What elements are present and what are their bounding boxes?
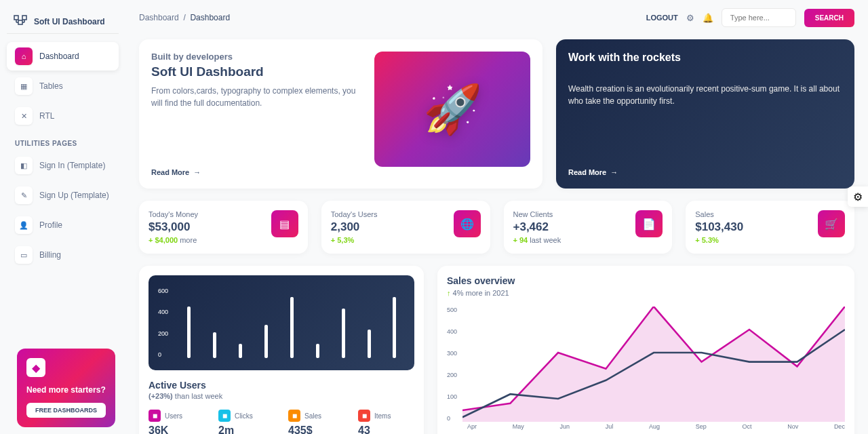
stat-change: + 5,3% xyxy=(331,236,378,244)
stat-card: New Clients+3,462+ 94 last week📄 xyxy=(504,201,673,254)
breadcrumb-current: Dashboard xyxy=(190,13,230,22)
hero-rockets-card: Work with the rockets Wealth creation is… xyxy=(556,39,854,189)
sidebar-item-label: Tables xyxy=(39,81,63,91)
diamond-icon: ◆ xyxy=(26,358,45,377)
stat-label: Today's Money xyxy=(149,210,198,218)
svg-rect-2 xyxy=(18,20,22,24)
bar-chart: 6004002000 xyxy=(149,275,414,370)
stat-card: Sales$103,430+ 5.3% 🛒 xyxy=(686,201,854,254)
free-dashboards-button[interactable]: FREE DASHBOARDS xyxy=(26,403,106,418)
promo-text: Need more starters? xyxy=(26,385,106,395)
read-more-link[interactable]: Read More → xyxy=(568,168,842,176)
hero-subtitle: Built by developers xyxy=(151,52,361,62)
stat-value: +3,462 xyxy=(513,220,561,234)
sidebar-item-label: Sign In (Template) xyxy=(39,161,105,170)
home-icon: ⌂ xyxy=(15,47,33,65)
promo-card: ◆ Need more starters? FREE DASHBOARDS xyxy=(17,349,115,427)
svg-rect-1 xyxy=(22,16,26,20)
search-button[interactable]: SEARCH xyxy=(804,9,854,27)
hero-developers-card: Built by developers Soft UI Dashboard Fr… xyxy=(139,39,542,189)
svg-rect-0 xyxy=(14,16,18,20)
brand-logo[interactable]: Soft UI Dashboard xyxy=(7,10,119,34)
hero-desc: From colors,cards, typography to complex… xyxy=(151,85,361,109)
mini-stat-icon: ◼ xyxy=(149,410,161,422)
search-input[interactable] xyxy=(722,8,796,27)
sidebar-item-rtl[interactable]: ✕ RTL xyxy=(7,102,119,130)
stat-card: Today's Users2,300+ 5,3% 🌐 xyxy=(321,201,490,254)
mini-stat-value: 435$ xyxy=(288,425,344,434)
brand-name: Soft UI Dashboard xyxy=(34,17,105,26)
stat-change: + $4,000 more xyxy=(149,236,198,244)
hero-title: Soft UI Dashboard xyxy=(151,64,361,79)
mini-stat-icon: ◼ xyxy=(288,410,300,422)
stat-icon: 🛒 xyxy=(818,210,845,237)
stat-value: $103,430 xyxy=(695,220,743,234)
sidebar-item-label: Sign Up (Template) xyxy=(39,191,109,200)
sidebar-item-label: Dashboard xyxy=(39,52,79,61)
mini-stat-label: Items xyxy=(374,412,391,420)
breadcrumb-root[interactable]: Dashboard xyxy=(139,13,179,22)
stat-value: 2,300 xyxy=(331,220,378,234)
active-users-title: Active Users xyxy=(149,380,414,391)
stat-icon: ▤ xyxy=(271,210,298,237)
stat-icon: 🌐 xyxy=(454,210,481,237)
rocket-image: 🚀 xyxy=(374,52,530,167)
mini-stat: ◼Clicks2m xyxy=(218,410,275,434)
sidebar-item-profile[interactable]: 👤 Profile xyxy=(7,211,119,239)
stat-change: + 5.3% xyxy=(695,236,743,244)
sidebar-item-billing[interactable]: ▭ Billing xyxy=(7,241,119,269)
logo-icon xyxy=(12,14,28,30)
sidebar-item-label: RTL xyxy=(39,111,54,121)
tools-icon: ✕ xyxy=(15,107,33,125)
sidebar-item-signup[interactable]: ✎ Sign Up (Template) xyxy=(7,181,119,210)
sidebar-item-dashboard[interactable]: ⌂ Dashboard xyxy=(7,42,119,71)
active-users-card: 6004002000 Active Users (+23%) than last… xyxy=(139,266,424,434)
mini-stat-value: 43 xyxy=(358,425,414,434)
hero-title: Work with the rockets xyxy=(568,52,842,64)
sidebar-item-label: Billing xyxy=(39,250,61,260)
signup-icon: ✎ xyxy=(15,186,33,204)
gear-icon[interactable]: ⚙ xyxy=(686,13,694,23)
billing-icon: ▭ xyxy=(15,246,33,264)
mini-stat-label: Clicks xyxy=(235,412,253,420)
sidebar-item-label: Profile xyxy=(39,220,62,230)
sales-title: Sales overview xyxy=(447,275,845,286)
mini-stat-value: 36K xyxy=(149,425,205,434)
stat-label: Today's Users xyxy=(331,210,378,218)
stat-icon: 📄 xyxy=(635,210,663,237)
active-users-subtitle: (+23%) than last week xyxy=(149,392,414,400)
stat-value: $53,000 xyxy=(149,220,198,234)
sidebar-section-label: UTILITIES PAGES xyxy=(7,132,119,151)
read-more-link[interactable]: Read More → xyxy=(151,168,361,176)
sales-overview-card: Sales overview ↑ 4% more in 2021 5004003… xyxy=(437,266,854,434)
bell-icon[interactable]: 🔔 xyxy=(703,13,713,23)
mini-stat: ◼Sales435$ xyxy=(288,410,344,434)
stat-card: Today's Money$53,000+ $4,000 more▤ xyxy=(139,201,308,254)
mini-stat: ◼Items43 xyxy=(358,410,414,434)
table-icon: ▦ xyxy=(15,77,33,95)
sales-subtitle: ↑ 4% more in 2021 xyxy=(447,289,845,297)
stat-label: New Clients xyxy=(513,210,561,218)
settings-fab[interactable]: ⚙ xyxy=(848,186,868,207)
sidebar-item-tables[interactable]: ▦ Tables xyxy=(7,72,119,100)
mini-stat-icon: ◼ xyxy=(218,410,231,422)
mini-stat: ◼Users36K xyxy=(149,410,205,434)
stat-change: + 94 last week xyxy=(513,236,561,244)
mini-stat-label: Sales xyxy=(304,412,321,420)
mini-stat-icon: ◼ xyxy=(358,410,370,422)
profile-icon: 👤 xyxy=(15,216,33,234)
mini-stat-label: Users xyxy=(165,412,182,420)
logout-button[interactable]: LOGOUT xyxy=(646,14,678,22)
mini-stat-value: 2m xyxy=(218,425,275,434)
stat-label: Sales xyxy=(695,210,743,218)
breadcrumb: Dashboard / Dashboard xyxy=(139,13,230,22)
sidebar-item-signin[interactable]: ◧ Sign In (Template) xyxy=(7,151,119,180)
signin-icon: ◧ xyxy=(15,157,33,174)
hero-desc: Wealth creation is an evolutionarily rec… xyxy=(568,83,842,107)
